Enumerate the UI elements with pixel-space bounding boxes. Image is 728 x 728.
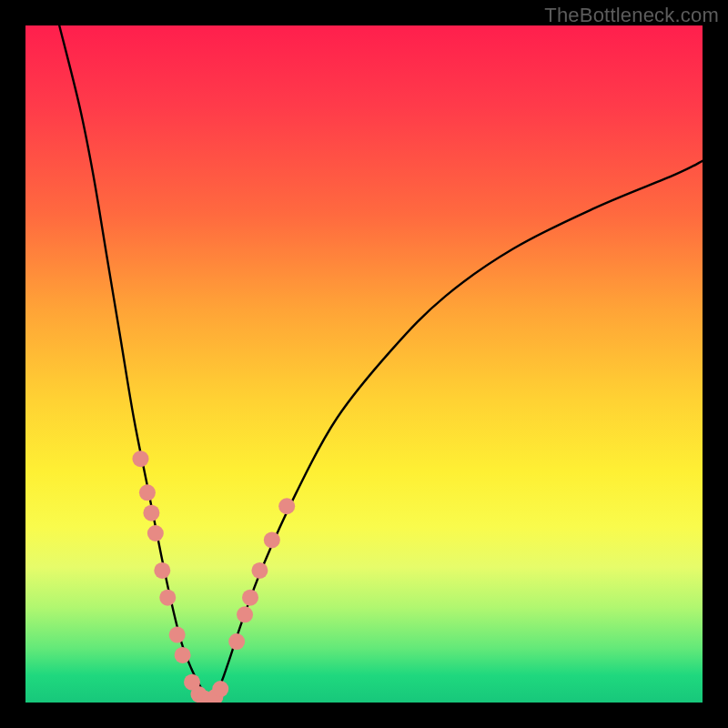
data-marker (228, 633, 245, 650)
data-marker (242, 590, 258, 606)
chart-frame: TheBottleneck.com (0, 0, 728, 728)
data-marker (251, 562, 268, 579)
data-marker (132, 450, 148, 467)
curve-segment (59, 25, 208, 703)
data-marker (264, 531, 280, 548)
data-marker (159, 590, 176, 606)
data-marker (212, 681, 228, 697)
data-markers (132, 450, 295, 703)
chart-svg (25, 25, 703, 703)
data-marker (143, 505, 159, 521)
data-marker (278, 498, 295, 514)
data-marker (175, 647, 191, 663)
data-marker (147, 525, 164, 541)
data-marker (139, 484, 156, 500)
chart-plot-area (25, 25, 703, 703)
curve-segment (208, 161, 703, 703)
bottleneck-curve (59, 25, 703, 703)
watermark-text: TheBottleneck.com (544, 4, 719, 27)
data-marker (154, 562, 170, 579)
data-marker (169, 627, 186, 643)
data-marker (237, 606, 253, 622)
